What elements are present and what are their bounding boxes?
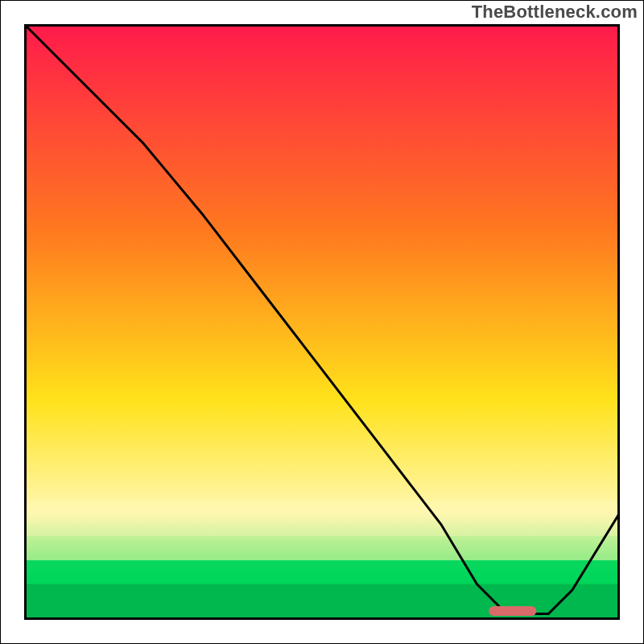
svg-rect-0 (24, 501, 620, 536)
optimal-marker (489, 606, 536, 616)
watermark-text: TheBottleneck.com (472, 2, 638, 23)
svg-rect-1 (24, 536, 620, 560)
chart-stage: TheBottleneck.com (0, 0, 644, 644)
plot-svg (24, 24, 620, 620)
plot-area (24, 24, 620, 620)
bottom-bands (24, 501, 620, 620)
svg-rect-2 (24, 560, 620, 584)
